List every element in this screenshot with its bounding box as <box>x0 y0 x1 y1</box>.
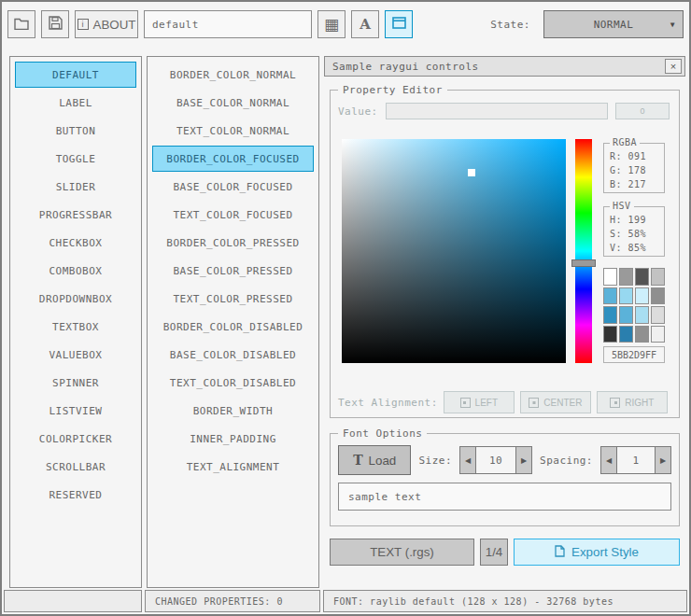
list-item-default[interactable]: DEFAULT <box>15 62 136 88</box>
controls-list: DEFAULT LABEL BUTTON TOGGLE SLIDER PROGR… <box>9 56 142 588</box>
align-right-button[interactable]: RIGHT <box>597 391 668 413</box>
prop-item-base-color-disabled[interactable]: BASE_COLOR_DISABLED <box>152 342 314 368</box>
list-item-textbox[interactable]: TEXTBOX <box>15 314 136 340</box>
list-item-checkbox[interactable]: CHECKBOX <box>15 230 136 256</box>
list-item-toggle[interactable]: TOGGLE <box>15 146 136 172</box>
align-left-button[interactable]: LEFT <box>444 391 515 413</box>
font-t-icon: T <box>353 453 362 468</box>
style-table-view-button[interactable]: ▦ <box>317 10 346 38</box>
color-swatch[interactable] <box>651 326 665 343</box>
panel-title-bar: Sample raygui controls × <box>324 56 685 77</box>
load-font-label: Load <box>369 454 397 468</box>
sample-controls-panel: Sample raygui controls × Property Editor… <box>324 56 685 586</box>
size-decrease-button[interactable]: ◀ <box>459 446 476 474</box>
prop-item-text-color-normal[interactable]: TEXT_COLOR_NORMAL <box>152 118 314 144</box>
color-picker-cursor[interactable] <box>468 169 475 176</box>
font-size-spinner: ◀ 10 ▶ <box>459 446 532 474</box>
color-swatch[interactable] <box>603 287 617 305</box>
color-swatch[interactable] <box>603 268 617 286</box>
color-swatch[interactable] <box>619 287 633 305</box>
align-right-icon <box>610 398 620 408</box>
list-item-progressbar[interactable]: PROGRESSBAR <box>15 202 136 228</box>
color-swatch[interactable] <box>651 306 665 324</box>
prop-item-inner-padding[interactable]: INNER_PADDING <box>152 426 314 452</box>
prop-item-border-color-disabled[interactable]: BORDER_COLOR_DISABLED <box>152 314 314 340</box>
font-view-button[interactable]: A <box>351 10 379 38</box>
color-swatch[interactable] <box>635 306 649 324</box>
list-item-scrollbar[interactable]: SCROLLBAR <box>15 454 136 480</box>
list-item-dropdownbox[interactable]: DROPDOWNBOX <box>15 286 136 312</box>
close-icon: × <box>670 61 676 72</box>
list-item-label[interactable]: LABEL <box>15 90 136 116</box>
prop-item-border-color-focused[interactable]: BORDER_COLOR_FOCUSED <box>152 146 314 172</box>
text-alignment-row: Text Alignment: LEFT CENTER RIGHT <box>338 390 670 414</box>
color-swatch[interactable] <box>603 306 617 324</box>
prop-item-border-color-pressed[interactable]: BORDER_COLOR_PRESSED <box>152 230 314 256</box>
color-saturation-value-picker[interactable] <box>342 139 566 363</box>
prop-item-text-color-focused[interactable]: TEXT_COLOR_FOCUSED <box>152 202 314 228</box>
list-item-slider[interactable]: SLIDER <box>15 174 136 200</box>
page-counter-button[interactable]: 1/4 <box>480 539 508 566</box>
style-name-input[interactable] <box>144 10 312 38</box>
prop-item-base-color-focused[interactable]: BASE_COLOR_FOCUSED <box>152 174 314 200</box>
folder-icon <box>14 17 29 33</box>
list-item-listview[interactable]: LISTVIEW <box>15 398 136 424</box>
status-changed-properties: CHANGED PROPERTIES: 0 <box>145 590 320 612</box>
align-left-label: LEFT <box>475 398 498 408</box>
list-item-reserved[interactable]: RESERVED <box>15 482 136 508</box>
list-item-colorpicker[interactable]: COLORPICKER <box>15 426 136 452</box>
property-editor-group-label: Property Editor <box>338 84 447 96</box>
list-item-valuebox[interactable]: VALUEBOX <box>15 342 136 368</box>
toolbar: i ABOUT ▦ A State: NORMAL ▼ <box>2 2 689 47</box>
controls-view-button[interactable] <box>385 10 413 38</box>
value-apply-button[interactable]: 0 <box>615 103 670 119</box>
prop-item-text-color-pressed[interactable]: TEXT_COLOR_PRESSED <box>152 286 314 312</box>
list-item-button[interactable]: BUTTON <box>15 118 136 144</box>
font-size-value[interactable]: 10 <box>476 446 515 474</box>
color-swatch[interactable] <box>635 268 649 286</box>
rgba-group-label: RGBA <box>610 137 640 147</box>
prop-item-border-width[interactable]: BORDER_WIDTH <box>152 398 314 424</box>
hue-slider[interactable] <box>575 139 592 363</box>
color-swatch[interactable] <box>651 287 665 305</box>
state-dropdown[interactable]: NORMAL ▼ <box>543 10 684 38</box>
color-swatch[interactable] <box>619 306 633 324</box>
spacing-increase-button[interactable]: ▶ <box>655 446 671 474</box>
list-item-combobox[interactable]: COMBOBOX <box>15 258 136 284</box>
state-label: State: <box>490 19 530 31</box>
prop-item-border-color-normal[interactable]: BORDER_COLOR_NORMAL <box>152 62 314 88</box>
sample-text-input[interactable] <box>338 483 671 511</box>
export-file-icon <box>555 545 565 560</box>
close-button[interactable]: × <box>665 59 682 74</box>
list-item-spinner[interactable]: SPINNER <box>15 370 136 396</box>
export-style-button[interactable]: Export Style <box>514 539 680 566</box>
align-center-button[interactable]: CENTER <box>520 391 591 413</box>
size-increase-button[interactable]: ▶ <box>515 446 532 474</box>
font-options-group-label: Font Options <box>338 427 427 440</box>
prop-item-text-alignment[interactable]: TEXT_ALIGNMENT <box>152 454 314 480</box>
size-label: Size: <box>418 455 452 467</box>
open-style-button[interactable] <box>7 10 35 38</box>
save-style-button[interactable] <box>41 10 69 38</box>
font-spacing-value[interactable]: 1 <box>617 446 655 474</box>
color-swatch[interactable] <box>651 268 665 286</box>
value-input[interactable] <box>386 103 608 119</box>
about-button[interactable]: i ABOUT <box>75 10 138 38</box>
hsv-s-value: S: 58% <box>610 227 664 241</box>
color-swatch[interactable] <box>619 268 633 286</box>
panel-footer: TEXT (.rgs) 1/4 Export Style <box>330 539 680 566</box>
prop-item-base-color-pressed[interactable]: BASE_COLOR_PRESSED <box>152 258 314 284</box>
hue-slider-handle[interactable] <box>571 259 596 267</box>
prop-item-text-color-disabled[interactable]: TEXT_COLOR_DISABLED <box>152 370 314 396</box>
color-swatch[interactable] <box>635 326 649 343</box>
spacing-decrease-button[interactable]: ◀ <box>600 446 617 474</box>
load-font-button[interactable]: T Load <box>338 445 411 475</box>
color-swatch[interactable] <box>603 326 617 343</box>
status-font-info: FONT: raylib default (128 x 128) - 32768… <box>323 590 687 612</box>
color-swatch[interactable] <box>619 326 633 343</box>
color-swatch[interactable] <box>635 287 649 305</box>
hex-color-value: 5BB2D9FF <box>603 346 665 363</box>
export-format-button[interactable]: TEXT (.rgs) <box>330 539 474 566</box>
prop-item-base-color-normal[interactable]: BASE_COLOR_NORMAL <box>152 90 314 116</box>
status-segment-empty <box>4 590 142 612</box>
